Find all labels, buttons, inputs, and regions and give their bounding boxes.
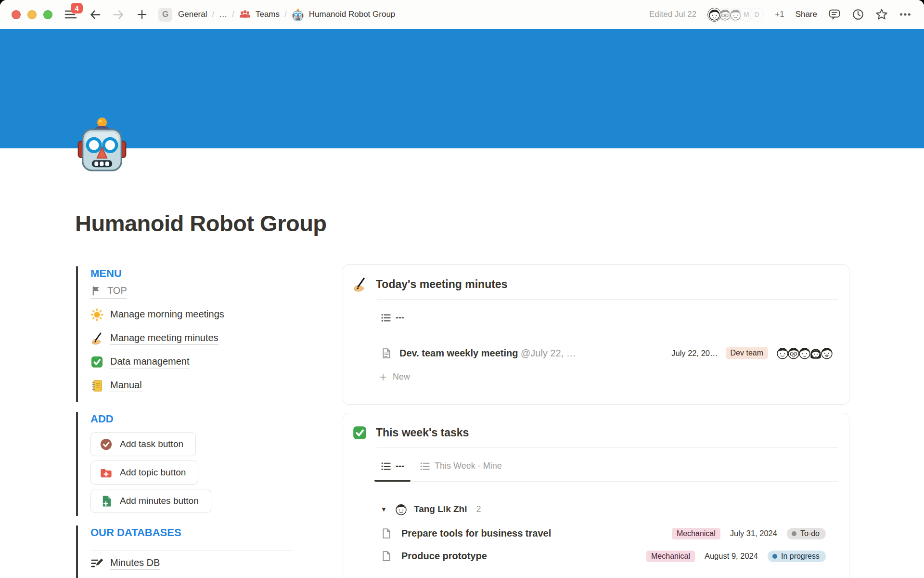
- share-button[interactable]: Share: [796, 10, 817, 19]
- avatar[interactable]: [707, 8, 721, 22]
- meeting-date: July 22, 20…: [671, 349, 718, 358]
- page-cover: [0, 29, 924, 148]
- favorite-button[interactable]: [875, 8, 888, 21]
- task-title: Prepare tools for business travel: [401, 528, 662, 539]
- list-view-icon: [420, 461, 430, 472]
- comments-button[interactable]: [828, 8, 841, 21]
- meeting-row[interactable]: Dev. team weekly meeting @July 22, … Jul…: [381, 342, 834, 364]
- list-view-icon: [381, 461, 391, 472]
- breadcrumb-ellipsis[interactable]: …: [219, 10, 227, 19]
- meeting-minutes-card-title[interactable]: Today's meeting minutes: [376, 278, 507, 291]
- tab-default-view[interactable]: ---: [381, 302, 404, 333]
- writing-hand-icon: [90, 332, 103, 345]
- comment-icon: [828, 8, 841, 21]
- database-pencil-icon: [90, 557, 104, 570]
- menu-section: MENU TOP Manage morning meetings Manage …: [76, 266, 294, 402]
- minimize-window-button[interactable]: [27, 10, 37, 19]
- status-badge: In progress: [768, 551, 826, 562]
- avatar-overflow-count[interactable]: +1: [775, 10, 784, 19]
- avatar: [395, 503, 408, 516]
- add-heading: ADD: [90, 412, 294, 426]
- left-column: MENU TOP Manage morning meetings Manage …: [76, 266, 294, 578]
- app-window: 4 G General / … / Teams / Humanoid Robot…: [0, 0, 924, 578]
- weekly-tasks-card: This week's tasks --- This Week - Mine ▼…: [343, 413, 849, 578]
- meeting-title: Dev. team weekly meeting: [399, 348, 518, 358]
- avatar: [820, 346, 834, 360]
- titlebar: 4 G General / … / Teams / Humanoid Robot…: [0, 0, 924, 29]
- breadcrumb: General / … / Teams / Humanoid Robot Gro…: [178, 8, 395, 21]
- task-title: Produce prototype: [401, 551, 637, 562]
- due-date: July 31, 2024: [730, 529, 777, 538]
- check-circle-icon: [100, 438, 113, 451]
- breadcrumb-general[interactable]: General: [178, 10, 207, 19]
- history-button[interactable]: [852, 8, 864, 21]
- star-icon: [875, 8, 888, 21]
- collapse-toggle-icon[interactable]: ▼: [381, 506, 388, 513]
- zoom-window-button[interactable]: [43, 10, 52, 19]
- new-tab-button[interactable]: [135, 7, 149, 22]
- plus-icon: [379, 373, 387, 381]
- team-tag: Dev team: [726, 347, 768, 359]
- minutes-view-tabs: ---: [381, 300, 838, 333]
- page-icon: [381, 551, 392, 562]
- databases-section: OUR DATABASES Minutes DB: [76, 525, 294, 578]
- forward-button[interactable]: [111, 7, 126, 22]
- notification-badge: 4: [71, 3, 83, 13]
- tab-this-week-mine[interactable]: This Week - Mine: [420, 451, 502, 481]
- add-minutes-button[interactable]: Add minutes button: [90, 489, 211, 513]
- workspace-chip[interactable]: G: [158, 8, 172, 22]
- flag-icon: [90, 285, 102, 296]
- list-view-icon: [381, 313, 391, 323]
- status-dot: [772, 554, 777, 559]
- date-mention: @July 22, …: [521, 348, 576, 358]
- clock-icon: [852, 8, 864, 21]
- add-section: ADD Add task button Add topic button Add…: [76, 412, 294, 516]
- sidebar-toggle-button[interactable]: 4: [64, 7, 78, 22]
- robot-emoji-icon: [292, 8, 304, 21]
- page-title[interactable]: Humanoid Robot Group: [75, 210, 327, 236]
- add-topic-button[interactable]: Add topic button: [90, 460, 198, 485]
- back-button[interactable]: [88, 7, 102, 22]
- menu-link-data-management[interactable]: Data management: [90, 350, 294, 374]
- menu-link-top[interactable]: TOP: [90, 285, 127, 299]
- menu-link-manual[interactable]: Manual: [90, 374, 294, 397]
- status-badge: To-do: [787, 528, 826, 539]
- breadcrumb-teams[interactable]: Teams: [256, 10, 280, 19]
- check-mark-icon: [352, 425, 367, 440]
- page-icon: [381, 348, 392, 359]
- writing-hand-icon: [352, 277, 367, 292]
- breadcrumb-current-page[interactable]: Humanoid Robot Group: [309, 10, 396, 19]
- folder-plus-icon: [100, 466, 113, 479]
- task-row[interactable]: Prepare tools for business travel Mechan…: [381, 522, 826, 545]
- due-date: August 9, 2024: [705, 552, 758, 561]
- robot-page-icon[interactable]: [75, 116, 129, 172]
- menu-link-manage-meeting-minutes[interactable]: Manage meeting minutes: [90, 327, 294, 350]
- attendee-avatars: [776, 346, 834, 360]
- back-arrow-icon: [89, 8, 102, 21]
- teams-people-icon: [239, 9, 251, 20]
- close-window-button[interactable]: [12, 10, 21, 19]
- divider: [90, 551, 294, 551]
- more-options-button[interactable]: [899, 8, 911, 21]
- sun-icon: [90, 308, 103, 321]
- add-task-button[interactable]: Add task button: [90, 432, 196, 456]
- forward-arrow-icon: [112, 8, 125, 21]
- last-edited-label: Edited Jul 22: [649, 10, 696, 19]
- tab-default-view[interactable]: ---: [381, 451, 404, 481]
- group-count: 2: [476, 504, 481, 514]
- file-plus-icon: [100, 495, 113, 508]
- check-mark-icon: [90, 355, 103, 368]
- meeting-minutes-card: Today's meeting minutes --- Dev. team we…: [343, 264, 849, 405]
- category-tag: Mechanical: [646, 551, 695, 562]
- ellipsis-icon: [899, 8, 911, 21]
- avatar[interactable]: D: [750, 8, 764, 22]
- database-link-minutes-db[interactable]: Minutes DB: [90, 557, 294, 570]
- assignee-group-row[interactable]: ▼ Tang Lik Zhi 2: [381, 501, 834, 517]
- member-avatars[interactable]: M D: [707, 8, 764, 22]
- weekly-tasks-card-title[interactable]: This week's tasks: [376, 426, 469, 439]
- new-meeting-button[interactable]: New: [379, 372, 849, 382]
- status-dot: [792, 531, 796, 536]
- plus-icon: [136, 9, 148, 20]
- menu-link-manage-morning-meetings[interactable]: Manage morning meetings: [90, 303, 294, 327]
- task-row[interactable]: Produce prototype Mechanical August 9, 2…: [381, 545, 826, 567]
